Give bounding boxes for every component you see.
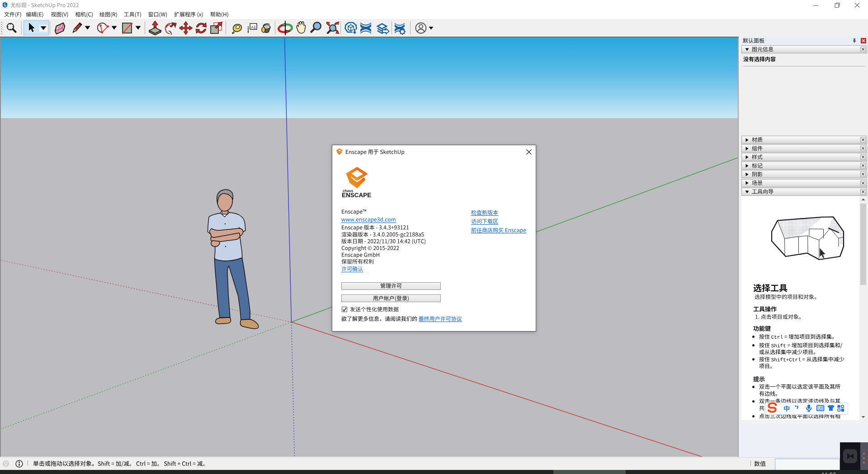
svg-text:A1: A1 [251,25,256,29]
